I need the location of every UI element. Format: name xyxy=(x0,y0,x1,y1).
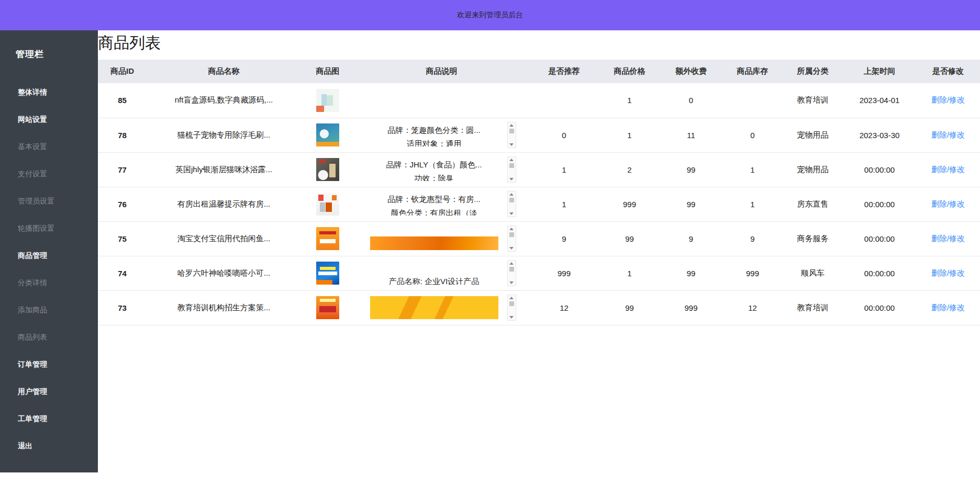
description-line: 品牌：钦龙惠型号：有房... xyxy=(368,193,501,206)
scroll-down-arrow-icon[interactable] xyxy=(509,247,514,250)
price-value: 99 xyxy=(599,221,660,256)
scrollbar-track[interactable] xyxy=(509,230,514,247)
delete-edit-link[interactable]: 删除/修改 xyxy=(931,165,965,174)
scrollbar-thumb[interactable] xyxy=(509,267,514,272)
sidebar-item-基本设置[interactable]: 基本设置 xyxy=(0,133,98,161)
sidebar-item-订单管理[interactable]: 订单管理 xyxy=(0,351,98,378)
sidebar-item-商品列表[interactable]: 商品列表 xyxy=(0,324,98,351)
action-cell: 删除/修改 xyxy=(916,221,980,256)
description-scrollbar[interactable] xyxy=(507,122,516,148)
product-name: 有房出租温馨提示牌有房... xyxy=(147,187,301,221)
scrollbar-track[interactable] xyxy=(509,161,514,178)
product-description-cell: 品牌：笼趣颜色分类：圆...适用对象：通用 xyxy=(354,118,529,152)
product-name: 猫梳子宠物专用除浮毛刷... xyxy=(147,118,301,152)
product-thumbnail-blue-rideshare xyxy=(316,262,339,285)
scroll-down-arrow-icon[interactable] xyxy=(509,212,514,215)
product-name: 教育培训机构招生方案策... xyxy=(147,290,301,325)
sidebar-item-整体详情[interactable]: 整体详情 xyxy=(0,79,98,106)
description-scrollbar[interactable] xyxy=(507,191,516,217)
category-value: 商务服务 xyxy=(783,221,843,256)
description-scrollbar[interactable] xyxy=(507,295,516,321)
product-id: 77 xyxy=(98,152,147,187)
table-row: 75淘宝支付宝信用代拍闲鱼...99999商务服务00:00:00删除/修改 xyxy=(98,221,980,256)
product-description-cell: 品牌：钦龙惠型号：有房...颜色分类：有房出租（淡 xyxy=(354,187,529,221)
product-name: 英国jhly银渐层猫咪沐浴露... xyxy=(147,152,301,187)
sidebar-item-轮播图设置[interactable]: 轮播图设置 xyxy=(0,215,98,242)
scrollbar-track[interactable] xyxy=(509,299,514,316)
description-scrollbar[interactable] xyxy=(507,260,516,286)
main-content: 商品列表 商品ID商品名称商品图商品说明是否推荐商品价格额外收费商品库存所属分类… xyxy=(98,30,980,325)
delete-edit-link[interactable]: 删除/修改 xyxy=(931,268,965,277)
sidebar-menu: 整体详情网站设置基本设置支付设置管理员设置轮播图设置商品管理分类详情添加商品商品… xyxy=(0,79,98,460)
shelf-time-value: 00:00:00 xyxy=(843,152,916,187)
scrollbar-thumb[interactable] xyxy=(509,232,514,237)
table-row: 77英国jhly银渐层猫咪沐浴露...品牌：JHLY（食品）颜色...功效：除臭… xyxy=(98,152,980,187)
product-id: 74 xyxy=(98,256,147,290)
sidebar-item-管理员设置[interactable]: 管理员设置 xyxy=(0,188,98,215)
description-image xyxy=(370,296,498,319)
description-scrollbar[interactable] xyxy=(507,225,516,252)
extra-fee-value: 0 xyxy=(660,83,722,118)
column-header-商品ID: 商品ID xyxy=(98,60,147,83)
category-value: 教育培训 xyxy=(783,83,843,118)
delete-edit-link[interactable]: 删除/修改 xyxy=(931,130,965,139)
price-value: 1 xyxy=(599,256,660,290)
price-value: 999 xyxy=(599,187,660,221)
shelf-time-value: 00:00:00 xyxy=(843,256,916,290)
extra-fee-value: 99 xyxy=(660,187,722,221)
delete-edit-link[interactable]: 删除/修改 xyxy=(931,234,965,243)
product-name: 哈罗六叶神哈喽嘀嗒小可... xyxy=(147,256,301,290)
scrollbar-thumb[interactable] xyxy=(509,163,514,168)
welcome-banner: 欢迎来到管理员后台 xyxy=(0,0,980,30)
column-header-商品库存: 商品库存 xyxy=(722,60,783,83)
sidebar-item-网站设置[interactable]: 网站设置 xyxy=(0,106,98,133)
scroll-down-arrow-icon[interactable] xyxy=(509,178,514,181)
stock-value: 12 xyxy=(722,290,783,325)
column-header-商品价格: 商品价格 xyxy=(599,60,660,83)
table-header-row: 商品ID商品名称商品图商品说明是否推荐商品价格额外收费商品库存所属分类上架时间是… xyxy=(98,60,980,83)
scroll-down-arrow-icon[interactable] xyxy=(509,316,514,319)
action-cell: 删除/修改 xyxy=(916,187,980,221)
scrollbar-track[interactable] xyxy=(509,265,514,281)
delete-edit-link[interactable]: 删除/修改 xyxy=(931,95,965,104)
product-description: 产品名称: 企业VI设计产品 xyxy=(368,262,501,285)
scrollbar-thumb[interactable] xyxy=(509,301,514,306)
scroll-down-arrow-icon[interactable] xyxy=(509,143,514,146)
product-name: 淘宝支付宝信用代拍闲鱼... xyxy=(147,221,301,256)
scrollbar-thumb[interactable] xyxy=(509,129,514,133)
description-scrollbar[interactable] xyxy=(507,156,516,183)
sidebar-item-添加商品[interactable]: 添加商品 xyxy=(0,297,98,324)
product-description: 品牌：笼趣颜色分类：圆...适用对象：通用 xyxy=(368,123,501,146)
product-description-cell: 产品名称: 企业VI设计产品 xyxy=(354,256,529,290)
recommend-value: 12 xyxy=(529,290,599,325)
scroll-down-arrow-icon[interactable] xyxy=(509,281,514,284)
product-description-cell xyxy=(354,290,529,325)
column-header-商品说明: 商品说明 xyxy=(354,60,529,83)
table-row: 74哈罗六叶神哈喽嘀嗒小可...产品名称: 企业VI设计产品999199999顺… xyxy=(98,256,980,290)
scrollbar-track[interactable] xyxy=(509,127,514,143)
sidebar-item-退出[interactable]: 退出 xyxy=(0,433,98,460)
product-id: 85 xyxy=(98,83,147,118)
price-value: 1 xyxy=(599,83,660,118)
table-row: 73教育培训机构招生方案策...129999912教育培训00:00:00删除/… xyxy=(98,290,980,325)
column-header-额外收费: 额外收费 xyxy=(660,60,722,83)
extra-fee-value: 99 xyxy=(660,152,722,187)
sidebar-item-商品管理[interactable]: 商品管理 xyxy=(0,242,98,269)
product-description xyxy=(368,296,501,319)
description-line: 品牌：笼趣颜色分类：圆... xyxy=(368,123,501,137)
sidebar-item-支付设置[interactable]: 支付设置 xyxy=(0,161,98,188)
extra-fee-value: 9 xyxy=(660,221,722,256)
stock-value xyxy=(722,83,783,118)
product-id: 75 xyxy=(98,221,147,256)
scrollbar-track[interactable] xyxy=(509,196,514,212)
scrollbar-thumb[interactable] xyxy=(509,198,514,202)
description-line: 颜色分类：有房出租（淡 xyxy=(368,206,501,216)
delete-edit-link[interactable]: 删除/修改 xyxy=(931,303,965,312)
recommend-value: 1 xyxy=(529,187,599,221)
sidebar-item-用户管理[interactable]: 用户管理 xyxy=(0,378,98,405)
sidebar-item-工单管理[interactable]: 工单管理 xyxy=(0,405,98,433)
stock-value: 0 xyxy=(722,118,783,152)
delete-edit-link[interactable]: 删除/修改 xyxy=(931,199,965,208)
table-row: 78猫梳子宠物专用除浮毛刷...品牌：笼趣颜色分类：圆...适用对象：通用011… xyxy=(98,118,980,152)
sidebar-item-分类详情[interactable]: 分类详情 xyxy=(0,269,98,297)
